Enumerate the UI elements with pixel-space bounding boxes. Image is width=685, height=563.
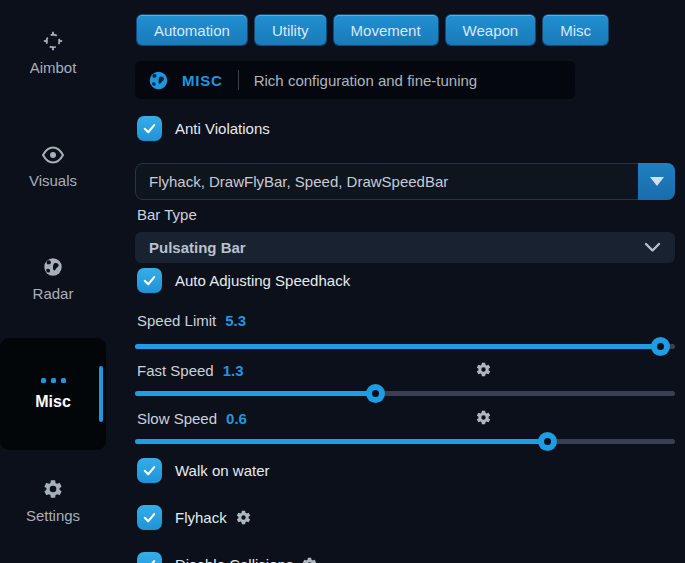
slow-speed-header: Slow Speed 0.6 [137, 409, 657, 427]
fast-speed-header: Fast Speed 1.3 [137, 361, 657, 379]
auto-adjusting-checkbox[interactable] [137, 268, 162, 293]
globe-icon [42, 256, 64, 278]
slider-value: 0.6 [226, 410, 247, 427]
checkbox-label: Walk on water [175, 462, 269, 479]
gear-icon[interactable] [301, 556, 318, 563]
checkbox-label: Disable Collisions [175, 556, 293, 563]
slider-label: Speed Limit [137, 312, 216, 329]
auto-adjusting-row: Auto Adjusting Speedhack [137, 267, 350, 293]
disable-collisions-row: Disable Collisions [137, 551, 318, 563]
section-subtitle: Rich configuration and fine-tuning [254, 72, 477, 89]
checkbox-label: Flyhack [175, 509, 227, 526]
sidebar-item-label: Radar [33, 285, 74, 302]
eye-icon [41, 145, 65, 165]
triangle-down-icon [650, 177, 664, 186]
gear-icon[interactable] [235, 509, 252, 526]
gear-icon[interactable] [475, 361, 492, 378]
sidebar-item-settings[interactable]: Settings [0, 478, 106, 524]
sidebar-item-misc[interactable]: Misc [0, 338, 106, 450]
anti-violations-row: Anti Violations [137, 115, 270, 141]
check-icon [142, 463, 157, 478]
active-indicator [99, 366, 103, 422]
speed-limit-slider[interactable] [135, 344, 675, 349]
check-icon [142, 273, 157, 288]
slider-handle[interactable] [366, 384, 385, 403]
flyhack-row: Flyhack [137, 504, 252, 530]
tab-movement[interactable]: Movement [334, 15, 438, 45]
slider-handle[interactable] [538, 432, 557, 451]
slider-label: Fast Speed [137, 362, 214, 379]
divider [238, 70, 239, 90]
speed-limit-header: Speed Limit 5.3 [137, 311, 657, 329]
tab-automation[interactable]: Automation [137, 15, 247, 45]
slider-fill [135, 344, 661, 349]
disable-collisions-checkbox[interactable] [137, 552, 162, 563]
multiselect-value: Flyhack, DrawFlyBar, Speed, DrawSpeedBar [136, 164, 674, 199]
category-tabs: Automation Utility Movement Weapon Misc [137, 15, 608, 45]
flyhack-checkbox[interactable] [137, 505, 162, 530]
sidebar-item-visuals[interactable]: Visuals [0, 145, 106, 189]
gear-icon[interactable] [475, 409, 492, 426]
sidebar-item-label: Misc [35, 393, 71, 411]
slider-value: 5.3 [225, 312, 246, 329]
sidebar-item-label: Aimbot [30, 59, 77, 76]
sidebar-item-aimbot[interactable]: Aimbot [0, 30, 106, 76]
sidebar-item-label: Settings [26, 507, 80, 524]
main-panel: Automation Utility Movement Weapon Misc … [135, 0, 675, 563]
sidebar-item-label: Visuals [29, 172, 77, 189]
slider-fill [135, 391, 376, 396]
section-title: MISC [182, 72, 223, 89]
fast-speed-slider[interactable] [135, 391, 675, 396]
tab-misc[interactable]: Misc [543, 15, 608, 45]
gear-icon [42, 478, 64, 500]
ellipsis-icon [41, 378, 66, 383]
slider-fill [135, 439, 548, 444]
bar-type-select[interactable]: Pulsating Bar [135, 232, 675, 263]
sidebar-item-radar[interactable]: Radar [0, 256, 106, 302]
check-icon [142, 557, 157, 563]
check-icon [142, 510, 157, 525]
tab-utility[interactable]: Utility [255, 15, 326, 45]
slider-handle[interactable] [651, 337, 670, 356]
slow-speed-slider[interactable] [135, 439, 675, 444]
walk-on-water-row: Walk on water [137, 457, 269, 483]
walk-on-water-checkbox[interactable] [137, 458, 162, 483]
bars-multiselect[interactable]: Flyhack, DrawFlyBar, Speed, DrawSpeedBar [135, 163, 675, 200]
chevron-down-icon [644, 242, 661, 253]
checkbox-label: Auto Adjusting Speedhack [175, 272, 350, 289]
check-icon [142, 121, 157, 136]
bar-type-label: Bar Type [137, 206, 197, 223]
slider-value: 1.3 [223, 362, 244, 379]
multiselect-dropdown-button[interactable] [638, 163, 675, 200]
tab-weapon[interactable]: Weapon [446, 15, 536, 45]
globe-icon [148, 70, 169, 91]
crosshair-icon [42, 30, 64, 52]
sidebar: Aimbot Visuals Radar Misc [0, 0, 122, 563]
section-header: MISC Rich configuration and fine-tuning [135, 61, 575, 99]
checkbox-label: Anti Violations [175, 120, 270, 137]
select-value: Pulsating Bar [149, 239, 644, 256]
anti-violations-checkbox[interactable] [137, 116, 162, 141]
slider-label: Slow Speed [137, 410, 217, 427]
